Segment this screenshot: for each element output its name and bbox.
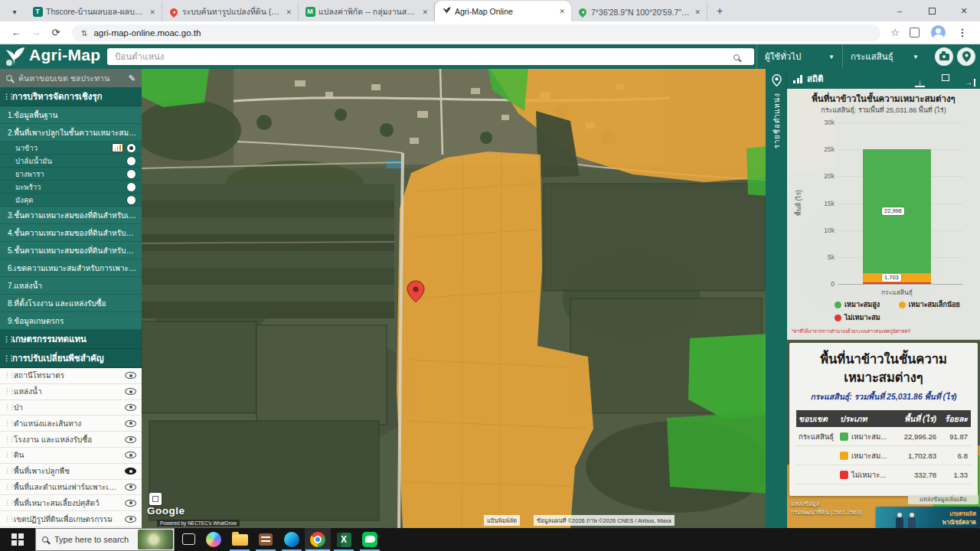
area-dropdown[interactable]: กระแสสินธุ์▼: [842, 44, 926, 69]
crop-radio[interactable]: [127, 144, 136, 152]
keyboard-shortcuts-chip[interactable]: แป้นพิมพ์ลัด: [484, 515, 520, 526]
taskbar-app-excel[interactable]: X: [331, 528, 357, 551]
sidebar-search-input[interactable]: [17, 73, 124, 83]
eye-visibility-icon[interactable]: [125, 420, 136, 427]
screenshot-button[interactable]: [935, 47, 953, 66]
taskbar-search[interactable]: Type here to search: [35, 528, 175, 551]
browser-tab[interactable]: ระบบค้นหารูปแปลงที่ดิน (LandsMa...✕: [162, 2, 299, 21]
forward-icon[interactable]: →: [28, 24, 44, 41]
sidebar-menu-item[interactable]: 5.ชั้นความเหมาะสมของที่ดินสำหรับสมุนไพร: [0, 242, 142, 259]
profile-avatar[interactable]: [931, 25, 946, 40]
drag-handle-icon[interactable]: ⋮⋮: [4, 500, 10, 507]
drag-handle-icon[interactable]: ⋮⋮: [4, 484, 10, 491]
drag-handle-icon[interactable]: ⋮⋮: [4, 452, 10, 458]
crop-option[interactable]: มะพร้าว: [0, 181, 142, 194]
drag-handle-icon[interactable]: ⋮⋮: [3, 336, 9, 343]
download-icon[interactable]: ↓: [915, 74, 925, 88]
taskbar-app-line[interactable]: [357, 528, 383, 551]
eye-visibility-icon[interactable]: [125, 452, 136, 458]
tab-close-icon[interactable]: ✕: [420, 7, 430, 18]
taskbar-app-copilot[interactable]: [201, 528, 227, 551]
drag-handle-icon[interactable]: ⋮⋮: [4, 388, 10, 395]
sidebar-section-header[interactable]: ⋮⋮เกษตรกรรมทดแทน: [0, 330, 142, 349]
sidebar-section-header[interactable]: ⋮⋮การบริหารจัดการเชิงรุก: [0, 87, 142, 106]
drag-handle-icon[interactable]: ⋮⋮: [4, 420, 10, 427]
layer-row[interactable]: ⋮⋮สถานีโทรมาตร: [0, 368, 142, 384]
campaign-banner[interactable]: เกษตรผลิต พาณิชย์ตลาด: [876, 507, 980, 528]
browser-tab[interactable]: TThscore-บ้านผลบอล-ผลบอลสด-ผ...✕: [26, 2, 162, 21]
crop-radio[interactable]: [127, 157, 136, 165]
sidebar-menu-item[interactable]: 1.ข้อมูลพื้นฐาน: [0, 106, 142, 124]
crop-option[interactable]: ปาล์มน้ำมัน: [0, 155, 142, 168]
browser-menu-icon[interactable]: ⋮: [954, 24, 971, 41]
task-view-icon[interactable]: [182, 533, 195, 545]
search-icon[interactable]: [733, 50, 740, 64]
browser-tab[interactable]: Agri-Map Online✕: [435, 1, 571, 21]
pencil-icon[interactable]: ✎: [129, 73, 136, 83]
sidebar-menu-item[interactable]: 9.ข้อมูลเกษตรกร: [0, 312, 142, 330]
layer-row[interactable]: ⋮⋮พื้นที่เหมาะสมเลี้ยงปศุสัตว์: [0, 495, 142, 511]
drag-handle-icon[interactable]: ⋮⋮: [4, 372, 10, 379]
eye-visibility-icon[interactable]: [125, 484, 136, 491]
browser-tab[interactable]: 7°36'28.9"N 100°20'59.7"E - G...✕: [571, 2, 707, 21]
drag-handle-icon[interactable]: ⋮⋮: [4, 468, 10, 474]
tab-close-icon[interactable]: ✕: [284, 7, 293, 18]
sidebar-menu-item[interactable]: 4.ชั้นความเหมาะสมของที่ดินสำหรับพืชทางเล…: [0, 224, 142, 242]
crop-radio[interactable]: [127, 183, 136, 191]
layer-row[interactable]: ⋮⋮โรงงาน และแหล่งรับซื้อ: [0, 432, 142, 448]
sidebar-menu-item[interactable]: 6.เขตความเหมาะสมสำหรับการเพาะเลี้ยงสัตว์…: [0, 259, 142, 277]
window-maximize-button[interactable]: [916, 0, 948, 21]
eye-visibility-icon[interactable]: [125, 404, 136, 411]
collapse-panel-icon[interactable]: →: [965, 74, 975, 88]
crop-option[interactable]: ยางพารา: [0, 168, 142, 181]
eye-visibility-icon[interactable]: [125, 516, 136, 523]
restore-window-icon[interactable]: [942, 74, 949, 81]
layer-row[interactable]: ⋮⋮ป่า: [0, 400, 142, 416]
browser-tab[interactable]: Mแปลงค่าพิกัด -- กลุ่มงานสารสนเทศแ...✕: [299, 2, 435, 21]
sidebar-menu-item[interactable]: 2.พื้นที่เพาะปลูกในชั้นความเหมาะสมต่างๆ: [0, 124, 142, 142]
more-source-link[interactable]: แหล่งข้อมูลเพิ่มเติม: [908, 494, 978, 504]
eye-visibility-icon[interactable]: [125, 468, 136, 474]
tab-search-icon[interactable]: ▾: [5, 5, 24, 21]
site-settings-icon[interactable]: ⇅: [81, 29, 87, 37]
layer-row[interactable]: ⋮⋮แหล่งน้ำ: [0, 384, 142, 400]
url-bar[interactable]: ⇅ agri-map-online.moac.go.th: [72, 24, 880, 41]
location-search-input[interactable]: [107, 48, 754, 65]
drag-handle-icon[interactable]: ⋮⋮: [4, 404, 10, 411]
layer-row[interactable]: ⋮⋮ตำแหน่งและเส้นทาง: [0, 416, 142, 432]
tab-close-icon[interactable]: ✕: [148, 7, 157, 18]
layer-row[interactable]: ⋮⋮ดิน: [0, 448, 142, 464]
taskbar-app-notes[interactable]: [253, 528, 279, 551]
eye-visibility-icon[interactable]: [125, 388, 136, 395]
sidebar-section-header[interactable]: ⋮⋮การปรับเปลี่ยนพืชสำคัญ: [0, 349, 142, 368]
drag-handle-icon[interactable]: ⋮⋮: [4, 516, 10, 523]
taskbar-app-edge[interactable]: [279, 528, 305, 551]
sidebar-menu-item[interactable]: 7.แหล่งน้ำ: [0, 277, 142, 295]
user-type-dropdown[interactable]: ผู้ใช้ทั่วไป▼: [756, 44, 842, 69]
layer-row[interactable]: ⋮⋮พื้นที่เพาะปลูกพืช: [0, 464, 142, 480]
eye-visibility-icon[interactable]: [125, 500, 136, 507]
tab-close-icon[interactable]: ✕: [557, 6, 567, 17]
crop-option[interactable]: นาข้าว: [0, 142, 142, 155]
search-highlight-image[interactable]: [138, 530, 173, 549]
crop-radio[interactable]: [127, 170, 136, 178]
fullscreen-button[interactable]: [149, 493, 162, 505]
crop-option[interactable]: มังคุด: [0, 194, 142, 207]
bookmark-star-icon[interactable]: ☆: [887, 24, 903, 41]
drag-handle-icon[interactable]: ⋮⋮: [3, 93, 9, 100]
stats-tab-label[interactable]: สถิติ: [807, 72, 823, 86]
new-tab-button[interactable]: +: [710, 2, 729, 20]
crop-radio[interactable]: [127, 196, 136, 204]
extensions-icon[interactable]: [910, 28, 920, 37]
taskbar-app-chrome[interactable]: [305, 528, 331, 551]
layer-row[interactable]: ⋮⋮พื้นที่และตำแหน่งฟาร์มเพาะเลี้ยงสั...: [0, 480, 142, 496]
window-minimize-button[interactable]: –: [884, 0, 916, 21]
taskbar-app-explorer[interactable]: [227, 528, 253, 551]
layer-row[interactable]: ⋮⋮เขตปฏิรูปที่ดินเพื่อเกษตรกรรม: [0, 511, 142, 527]
eye-visibility-icon[interactable]: [125, 436, 136, 443]
position-list-strip[interactable]: รายชื่อตำแหน่ง: [766, 69, 787, 528]
drag-handle-icon[interactable]: ⋮⋮: [4, 436, 10, 443]
drag-handle-icon[interactable]: ⋮⋮: [3, 355, 9, 362]
window-close-button[interactable]: ✕: [948, 0, 980, 21]
reload-icon[interactable]: ⟳: [47, 24, 64, 41]
